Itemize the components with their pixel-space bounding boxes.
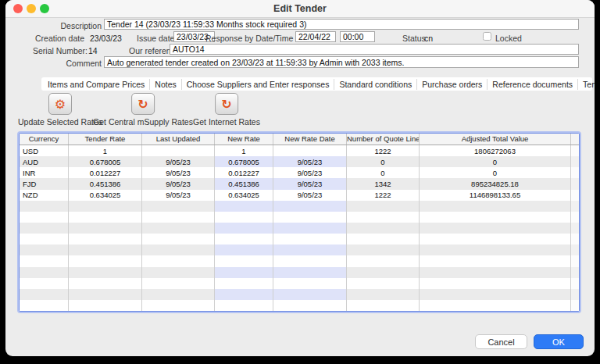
cell[interactable]: 0.451386 [215, 178, 273, 189]
tab-notes[interactable]: Notes [149, 79, 180, 90]
cell [215, 234, 273, 244]
column-header-last-updated[interactable]: Last Updated [142, 134, 215, 145]
toolbar-button-get-central-msupply-rates[interactable]: ↻Get Central mSupply Rates [93, 93, 193, 127]
scrollbar-track [571, 234, 579, 244]
comment-input[interactable]: Auto generated tender created on 23/03/2… [104, 56, 579, 68]
issue-date-label: Issue date [137, 34, 174, 43]
cell [142, 300, 215, 311]
cell[interactable]: 9/05/23 [142, 190, 215, 201]
tab-items-and-compare-prices[interactable]: Items and Compare Prices [43, 79, 149, 90]
tab-choose-suppliers-and-enter-responses[interactable]: Choose Suppliers and Enter responses [181, 79, 334, 90]
column-header-currency[interactable]: Currency [20, 134, 69, 145]
cell[interactable]: 9/05/23 [142, 178, 215, 189]
screen: Edit Tender Description Tender 14 (23/03… [0, 0, 600, 364]
toolbar-button-get-internet-rates[interactable]: ↻Get Internet Rates [193, 93, 260, 127]
cell [142, 267, 215, 278]
table-row-usd[interactable]: USD1112221806272063 [20, 145, 579, 156]
cell[interactable]: 1806272063 [420, 145, 571, 156]
scrollbar-track [571, 255, 579, 266]
cell[interactable]: 0 [347, 156, 420, 167]
cell [20, 223, 69, 234]
cell[interactable]: 895234825.18 [420, 178, 571, 189]
cell[interactable]: 9/05/23 [142, 167, 215, 178]
response-by-label: Response by Date/Time [205, 34, 293, 43]
serial-number-value: 14 [88, 46, 98, 55]
locked-label: Locked [495, 34, 522, 43]
table-row-aud[interactable]: AUD0.6780059/05/230.6780059/05/2300 [20, 156, 579, 167]
cell[interactable]: 9/05/23 [273, 190, 347, 201]
gear-icon: ⚙ [48, 93, 72, 115]
tab-tender-preferences[interactable]: Tender preferences [577, 79, 595, 90]
response-time-input[interactable]: 00:00 [340, 31, 375, 42]
cell[interactable]: 0 [420, 167, 571, 178]
cell[interactable]: 0.451386 [69, 178, 142, 189]
cell[interactable] [273, 145, 347, 156]
cell [215, 244, 273, 255]
cell [273, 300, 347, 311]
cell[interactable] [142, 145, 215, 156]
toolbar-button-update-selected-rates[interactable]: ⚙Update Selected Rates [18, 93, 102, 127]
cell[interactable]: 1 [215, 145, 273, 156]
description-input[interactable]: Tender 14 (23/03/23 11:59:33 Months stoc… [104, 19, 579, 30]
our-reference-input[interactable]: AUTO14 [170, 44, 579, 55]
cell [420, 267, 571, 278]
cell[interactable]: 1146898133.65 [420, 190, 571, 201]
cell [215, 289, 273, 300]
table-row-fjd[interactable]: FJD0.4513869/05/230.4513869/05/231342895… [20, 178, 579, 189]
cell[interactable]: 0.012227 [215, 167, 273, 178]
comment-label: Comment [5, 59, 102, 68]
cell[interactable]: NZD [20, 190, 69, 201]
column-header-adjusted-total-value[interactable]: Adjusted Total Value [420, 134, 571, 145]
cell[interactable]: INR [20, 167, 69, 178]
cell[interactable]: 1342 [347, 178, 420, 189]
tab-purchase-orders[interactable]: Purchase orders [416, 79, 487, 90]
cell[interactable]: 0.634025 [215, 190, 273, 201]
cell[interactable]: 9/05/23 [273, 167, 347, 178]
locked-checkbox[interactable] [483, 32, 491, 41]
cell [347, 267, 420, 278]
cell [69, 212, 142, 223]
cell[interactable]: 1 [69, 145, 142, 156]
cancel-button[interactable]: Cancel [475, 334, 527, 349]
cell [420, 255, 571, 266]
cell[interactable]: 9/05/23 [273, 156, 347, 167]
cell[interactable]: 0.634025 [69, 190, 142, 201]
column-header-number-of-quote-lines[interactable]: Number of Quote Lines [347, 134, 420, 145]
cell [273, 255, 347, 266]
scrollbar-track [571, 145, 579, 156]
cell[interactable]: 0 [347, 167, 420, 178]
cell [347, 278, 420, 289]
column-header-new-rate[interactable]: New Rate [215, 134, 273, 145]
cell[interactable]: 0.678005 [69, 156, 142, 167]
cell[interactable]: FJD [20, 178, 69, 189]
cell[interactable]: 9/05/23 [273, 178, 347, 189]
cell[interactable]: 9/05/23 [142, 156, 215, 167]
ok-button[interactable]: OK [534, 334, 584, 349]
response-date-input[interactable]: 22/04/22 [295, 31, 336, 42]
cell [215, 201, 273, 212]
cell [420, 223, 571, 234]
cell [20, 267, 69, 278]
cell [347, 300, 420, 311]
table-row-nzd[interactable]: NZD0.6340259/05/230.6340259/05/231222114… [20, 190, 579, 201]
tab-reference-documents[interactable]: Reference documents [487, 79, 577, 90]
cell[interactable]: USD [20, 145, 69, 156]
status-value: cn [424, 34, 433, 43]
cell [20, 244, 69, 255]
column-header-new-rate-date[interactable]: New Rate Date [273, 134, 347, 145]
cell [20, 212, 69, 223]
tab-standard-conditions[interactable]: Standard conditions [334, 79, 416, 90]
cell[interactable]: 0 [420, 156, 571, 167]
cell [347, 289, 420, 300]
cell [347, 223, 420, 234]
edit-tender-window: Edit Tender Description Tender 14 (23/03… [5, 0, 595, 356]
cell[interactable]: 1222 [347, 190, 420, 201]
cell[interactable]: 0.012227 [69, 167, 142, 178]
column-header-tender-rate[interactable]: Tender Rate [69, 134, 142, 145]
table-row-inr[interactable]: INR0.0122279/05/230.0122279/05/2300 [20, 167, 579, 178]
cell [20, 234, 69, 244]
cell[interactable]: 1222 [347, 145, 420, 156]
cell[interactable]: AUD [20, 156, 69, 167]
serial-number-label: Serial Number: [33, 46, 88, 55]
cell[interactable]: 0.678005 [215, 156, 273, 167]
